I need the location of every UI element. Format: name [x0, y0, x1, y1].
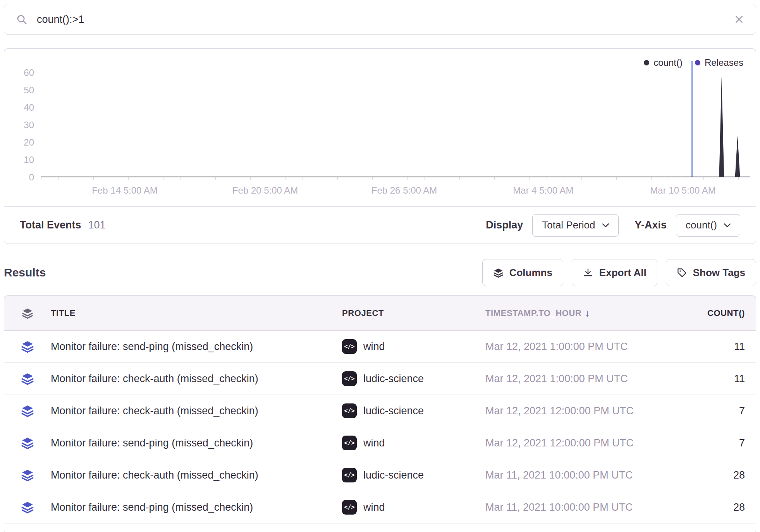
count-series-svg: [41, 61, 750, 177]
release-line[interactable]: [691, 61, 693, 177]
legend-item-releases[interactable]: Releases: [695, 57, 743, 68]
y-tick-label: 10: [24, 155, 34, 165]
code-icon: </>: [342, 468, 357, 482]
table-row[interactable]: Monitor failure: send-ping (missed_check…: [4, 331, 756, 363]
yaxis-select[interactable]: count(): [676, 214, 740, 237]
columns-stack-icon: [493, 268, 504, 278]
stack-icon: [4, 340, 51, 353]
row-timestamp: Mar 11, 2021 10:00:00 PM UTC: [485, 501, 687, 513]
project-name: wind: [363, 437, 385, 449]
search-icon: [16, 14, 28, 25]
events-chart-panel: count() Releases 0102030405060 Feb 14 5:…: [4, 48, 756, 244]
x-tick-label: Feb 14 5:00 AM: [92, 185, 157, 196]
chart-legend: count() Releases: [644, 57, 743, 68]
project-name: wind: [363, 341, 385, 353]
y-tick-label: 60: [24, 68, 34, 77]
table-row[interactable]: Monitor failure: check-auth (missed_chec…: [4, 395, 756, 427]
row-count: 7: [687, 405, 745, 417]
row-count: 7: [687, 437, 745, 449]
stack-icon: [4, 404, 51, 417]
legend-label: count(): [653, 57, 683, 68]
row-timestamp: Mar 12, 2021 12:00:00 PM UTC: [485, 437, 687, 449]
code-icon: </>: [342, 403, 357, 418]
discover-page: count() Releases 0102030405060 Feb 14 5:…: [0, 0, 760, 532]
count-series-area: [41, 76, 750, 177]
project-name: ludic-science: [363, 469, 424, 481]
code-icon: </>: [342, 371, 357, 386]
sort-desc-icon[interactable]: ↓: [585, 308, 590, 319]
row-title[interactable]: Monitor failure: send-ping (missed_check…: [51, 437, 342, 449]
table-row[interactable]: Monitor failure: check-auth (missed_chec…: [4, 459, 756, 491]
chevron-down-icon: [602, 223, 609, 227]
x-tick-label: Mar 4 5:00 AM: [513, 185, 573, 196]
stack-icon: [4, 372, 51, 385]
total-events-value: 101: [88, 219, 106, 231]
tag-icon: [677, 268, 687, 278]
row-project: </> wind: [342, 339, 485, 354]
legend-dot-icon: [695, 60, 700, 65]
legend-dot-icon: [644, 60, 649, 65]
plot-area[interactable]: [41, 61, 750, 177]
x-tick-label: Mar 10 5:00 AM: [650, 185, 715, 196]
row-timestamp: Mar 12, 2021 12:00:00 PM UTC: [485, 405, 687, 417]
table-header-row: TITLE PROJECT TIMESTAMP.TO_HOUR ↓ COUNT(…: [4, 296, 756, 331]
row-title[interactable]: Monitor failure: check-auth (missed_chec…: [51, 405, 342, 417]
x-tick-label: Feb 20 5:00 AM: [232, 185, 298, 196]
y-tick-label: 50: [24, 86, 34, 95]
stack-icon: [4, 307, 51, 319]
row-count: 28: [687, 469, 745, 481]
row-project: </> ludic-science: [342, 371, 485, 386]
yaxis-label: Y-Axis: [635, 219, 667, 231]
y-tick-label: 0: [29, 173, 34, 182]
chevron-down-icon: [724, 223, 731, 227]
clear-search-button[interactable]: [734, 14, 744, 24]
table-row[interactable]: Monitor failure: send-ping (missed_check…: [4, 427, 756, 459]
results-actions: Columns Export All Show Tags: [482, 259, 756, 286]
results-table: TITLE PROJECT TIMESTAMP.TO_HOUR ↓ COUNT(…: [4, 295, 756, 532]
display-select-value: Total Period: [542, 219, 595, 231]
chart-controls: Display Total Period Y-Axis count(): [486, 214, 740, 237]
row-project: </> ludic-science: [342, 403, 485, 418]
row-title[interactable]: Monitor failure: check-auth (missed_chec…: [51, 469, 342, 481]
row-title[interactable]: Monitor failure: send-ping (missed_check…: [51, 341, 342, 353]
code-icon: </>: [342, 339, 357, 354]
column-header-title[interactable]: TITLE: [51, 308, 342, 318]
display-select[interactable]: Total Period: [532, 214, 618, 237]
chart-body: 0102030405060: [4, 61, 756, 177]
x-axis-labels: Feb 14 5:00 AMFeb 20 5:00 AMFeb 26 5:00 …: [41, 177, 750, 206]
total-events-label: Total Events: [20, 219, 81, 231]
code-icon: </>: [342, 436, 357, 450]
display-label: Display: [486, 219, 523, 231]
row-title[interactable]: Monitor failure: send-ping (missed_check…: [51, 501, 342, 513]
column-header-timestamp[interactable]: TIMESTAMP.TO_HOUR ↓: [485, 308, 687, 319]
column-header-count[interactable]: COUNT(): [687, 308, 745, 318]
legend-label: Releases: [705, 57, 743, 68]
search-input[interactable]: [37, 14, 725, 26]
stack-icon: [4, 501, 51, 514]
table-row[interactable]: Monitor failure: check-auth (missed_chec…: [4, 363, 756, 395]
row-count: 11: [687, 341, 745, 353]
close-icon: [734, 14, 744, 24]
stack-icon: [4, 469, 51, 482]
row-timestamp: Mar 12, 2021 1:00:00 PM UTC: [485, 341, 687, 353]
y-tick-label: 20: [24, 138, 34, 147]
row-project: </> wind: [342, 500, 485, 515]
chart-footer: Total Events 101 Display Total Period Y-…: [4, 206, 756, 244]
results-header: Results Columns Export All: [4, 259, 756, 286]
search-bar: [4, 4, 756, 35]
columns-button[interactable]: Columns: [482, 259, 563, 286]
show-tags-button[interactable]: Show Tags: [666, 259, 756, 286]
row-title[interactable]: Monitor failure: check-auth (missed_chec…: [51, 373, 342, 385]
download-icon: [583, 267, 593, 278]
legend-item-count[interactable]: count(): [644, 57, 683, 68]
project-name: ludic-science: [363, 405, 424, 417]
columns-button-label: Columns: [509, 267, 552, 279]
results-heading: Results: [4, 266, 46, 279]
code-icon: </>: [342, 500, 357, 515]
stack-icon: [4, 436, 51, 450]
column-header-project[interactable]: PROJECT: [342, 308, 485, 318]
column-header-timestamp-label: TIMESTAMP.TO_HOUR: [485, 308, 582, 318]
export-all-button[interactable]: Export All: [572, 259, 657, 286]
table-row[interactable]: Monitor failure: send-ping (missed_check…: [4, 491, 756, 523]
yaxis-select-value: count(): [686, 219, 717, 231]
